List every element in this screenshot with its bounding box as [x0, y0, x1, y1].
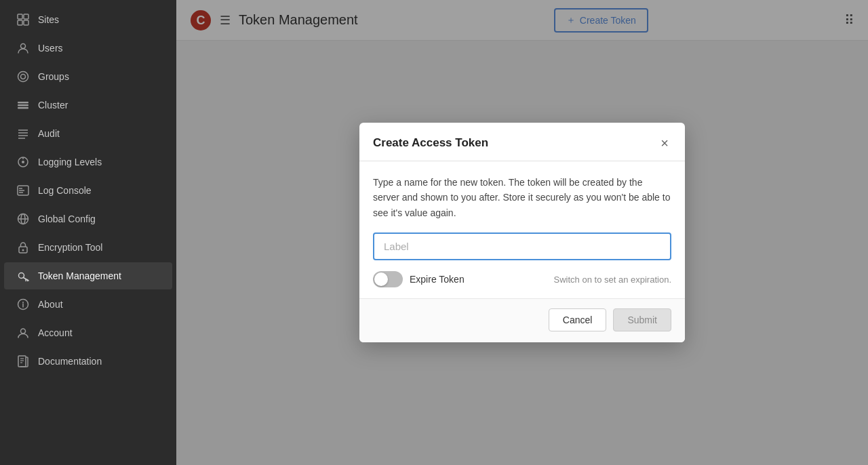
svg-rect-2 — [18, 20, 22, 25]
sidebar-item-token-management[interactable]: Token Management — [4, 262, 172, 289]
sidebar-item-about[interactable]: About — [4, 291, 172, 318]
sidebar-item-groups[interactable]: Groups — [4, 63, 172, 90]
modal-footer: Cancel Submit — [359, 298, 685, 342]
cluster-icon — [16, 98, 30, 112]
main-content: C ☰ Token Management ＋ Create Token ⠿ Th… — [176, 0, 868, 465]
log-console-icon — [16, 184, 30, 197]
grid-icon — [16, 13, 30, 26]
sidebar-item-global-config-label: Global Config — [38, 214, 96, 224]
svg-point-32 — [22, 302, 24, 303]
sidebar-item-documentation-label: Documentation — [38, 356, 102, 367]
expire-token-label: Expire Token — [410, 274, 465, 285]
svg-rect-7 — [18, 102, 28, 104]
account-icon — [16, 326, 30, 340]
cancel-button[interactable]: Cancel — [549, 308, 607, 331]
groups-icon — [16, 70, 30, 83]
svg-rect-34 — [18, 356, 26, 367]
toggle-thumb — [374, 272, 388, 286]
about-icon — [16, 298, 30, 311]
globe-icon — [16, 212, 30, 226]
expire-row: Expire Token Switch on to set an expirat… — [373, 271, 671, 287]
svg-rect-8 — [18, 104, 28, 106]
sidebar-item-audit[interactable]: Audit — [4, 120, 172, 147]
svg-point-6 — [21, 75, 26, 79]
sidebar-item-users-label: Users — [38, 43, 63, 54]
svg-rect-1 — [24, 14, 28, 19]
modal-overlay: Create Access Token × Type a name for th… — [176, 0, 868, 465]
sidebar-item-account[interactable]: Account — [4, 319, 172, 346]
svg-rect-9 — [18, 107, 28, 109]
sidebar-item-encryption-label: Encryption Tool — [38, 242, 102, 253]
create-token-modal: Create Access Token × Type a name for th… — [359, 123, 685, 342]
sidebar-item-log-console[interactable]: Log Console — [4, 177, 172, 204]
audit-icon — [16, 127, 30, 140]
expire-toggle[interactable] — [373, 271, 403, 287]
sidebar-item-log-console-label: Log Console — [38, 185, 92, 196]
sidebar-item-documentation[interactable]: Documentation — [4, 348, 172, 375]
sidebar-item-cluster[interactable]: Cluster — [4, 92, 172, 119]
submit-button[interactable]: Submit — [613, 308, 671, 331]
sidebar-item-token-management-label: Token Management — [38, 270, 121, 281]
sidebar-item-cluster-label: Cluster — [38, 100, 68, 110]
book-icon — [16, 355, 30, 368]
sidebar-item-encryption-tool[interactable]: Encryption Tool — [4, 234, 172, 261]
svg-rect-3 — [24, 20, 28, 25]
sidebar-item-global-config[interactable]: Global Config — [4, 205, 172, 232]
sidebar-item-logging-label: Logging Levels — [38, 157, 102, 167]
sidebar-item-users[interactable]: Users — [4, 35, 172, 62]
modal-title: Create Access Token — [373, 136, 488, 150]
svg-point-4 — [21, 44, 26, 49]
svg-point-15 — [22, 161, 24, 163]
modal-body: Type a name for the new token. The token… — [359, 161, 685, 298]
logging-icon — [16, 155, 30, 169]
token-label-input[interactable] — [373, 232, 671, 260]
sidebar-item-sites[interactable]: Sites — [4, 6, 172, 33]
modal-header: Create Access Token × — [359, 123, 685, 161]
svg-rect-0 — [18, 14, 22, 19]
modal-description: Type a name for the new token. The token… — [373, 175, 671, 220]
sidebar-item-audit-label: Audit — [38, 128, 60, 139]
lock-icon — [16, 241, 30, 254]
svg-point-25 — [22, 249, 24, 251]
key-icon — [16, 269, 30, 283]
sidebar-item-logging-levels[interactable]: Logging Levels — [4, 148, 172, 176]
sidebar-item-sites-label: Sites — [38, 14, 59, 25]
modal-close-button[interactable]: × — [658, 135, 671, 151]
users-icon — [16, 41, 30, 55]
sidebar-item-groups-label: Groups — [38, 71, 69, 82]
svg-point-33 — [21, 329, 26, 333]
sidebar-item-account-label: Account — [38, 327, 73, 338]
sidebar: Sites Users Groups Cluster — [0, 0, 176, 465]
sidebar-item-about-label: About — [38, 299, 63, 310]
expire-hint: Switch on to set an expiration. — [554, 275, 671, 285]
svg-point-5 — [18, 72, 28, 82]
